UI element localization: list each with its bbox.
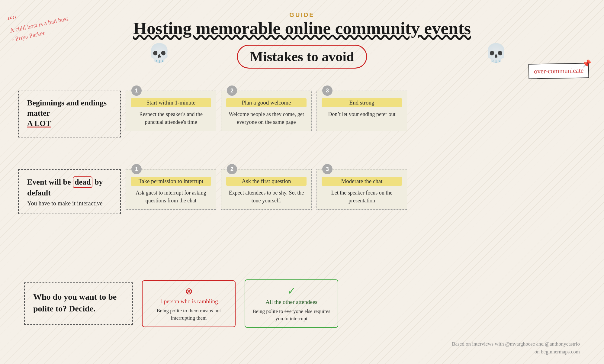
cards-group-2: 1 Take permission to interrupt Ask guest… (126, 169, 407, 210)
card-1-2-body: Welcome people as they come, get everyon… (226, 110, 307, 126)
rambling-title: 1 person who is rambling (149, 298, 229, 305)
bottom-section: Who do you want to be polite to? Decide.… (24, 279, 580, 328)
card-2-2-body: Expect attendees to be shy. Set the tone… (226, 189, 307, 205)
skull-left-icon: 💀 (148, 42, 171, 64)
polite-box: Who do you want to be polite to? Decide. (24, 282, 133, 325)
card-2-1-body: Ask guest to interrupt for asking questi… (131, 189, 211, 205)
page: GUIDE Hosting memorable online community… (0, 0, 604, 364)
cards-group-1: 1 Start within 1-minute Respect the spea… (126, 91, 407, 131)
footer: Based on interviews with @mvarghoose and… (452, 340, 580, 356)
badge-1-2: 2 (227, 85, 237, 96)
attendees-box: ✓ All the other attendees Being polite t… (245, 279, 338, 328)
badge-2-1: 1 (131, 164, 142, 174)
section-row-2: Event will be dead by default You have t… (18, 169, 586, 214)
card-2-3-title: Moderate the chat (322, 177, 402, 186)
card-1-2: 2 Plan a good welcome Welcome people as … (221, 91, 312, 131)
footer-line2: on beginnermaps.com (452, 348, 580, 356)
card-1-3: 3 End strong Don’t let your ending peter… (316, 91, 407, 131)
sticky-note: 📌 over-communicate (528, 63, 589, 79)
attendees-title: All the other attendees (251, 299, 332, 305)
footer-line1: Based on interviews with @mvarghoose and… (452, 340, 580, 348)
left-box-dead: Event will be dead by default You have t… (18, 169, 121, 214)
card-2-1-title: Take permission to interrupt (131, 177, 211, 186)
card-1-3-body: Don’t let your ending peter out (322, 110, 402, 118)
card-2-2: 2 Ask the first question Expect attendee… (221, 169, 312, 210)
badge-1-3: 3 (322, 85, 333, 96)
badge-2-3: 3 (322, 164, 333, 174)
main-title: Hosting memorable online community event… (133, 18, 471, 38)
card-1-3-title: End strong (322, 98, 402, 107)
badge-2-2: 2 (227, 164, 237, 174)
card-2-3: 3 Moderate the chat Let the speaker focu… (316, 169, 407, 210)
x-icon: ⊗ (149, 286, 229, 296)
subtitle-oval: Mistakes to avoid (237, 45, 367, 69)
card-1-2-title: Plan a good welcome (226, 98, 307, 107)
left-box-beginnings: Beginnings and endings matter A LOT (18, 91, 121, 137)
card-2-3-body: Let the speaker focus on the presentatio… (322, 189, 402, 205)
card-2-1: 1 Take permission to interrupt Ask guest… (126, 169, 216, 210)
card-1-1-title: Start within 1-minute (131, 98, 211, 107)
quote-container: ““ A chill host is a bad host - Priya Pa… (7, 3, 71, 44)
section-row-1: Beginnings and endings matter A LOT 1 St… (18, 91, 586, 137)
rambling-box: ⊗ 1 person who is rambling Being polite … (142, 280, 236, 327)
badge-1-1: 1 (131, 85, 142, 96)
card-1-1: 1 Start within 1-minute Respect the spea… (126, 91, 216, 131)
card-2-2-title: Ask the first question (226, 177, 307, 186)
beginnings-title: Beginnings and endings matter A LOT (27, 98, 112, 128)
card-1-1-body: Respect the speaker's and the punctual a… (131, 110, 211, 126)
guide-label: GUIDE (289, 11, 314, 18)
dead-title: Event will be dead by default (27, 176, 112, 198)
rambling-body: Being polite to them means not interrupt… (149, 307, 229, 322)
check-icon: ✓ (251, 285, 332, 297)
skull-right-icon: 💀 (485, 42, 507, 64)
attendees-body: Being polite to everyone else requires y… (251, 308, 332, 322)
dead-sub: You have to make it interactive (27, 200, 112, 207)
